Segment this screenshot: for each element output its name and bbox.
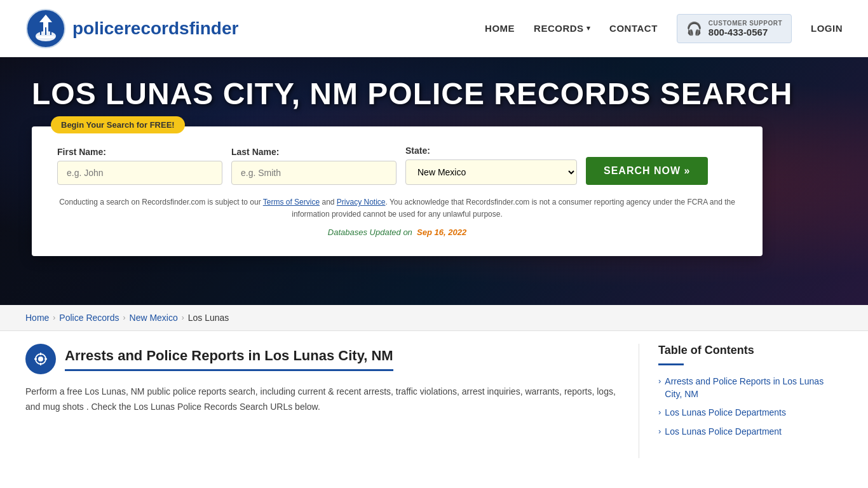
hero-title: LOS LUNAS CITY, NM POLICE RECORDS SEARCH [32,76,792,111]
site-header: policerecordsfinder HOME RECORDS ▾ CONTA… [0,0,868,57]
article-title: Arrests and Police Reports in Los Lunas … [65,348,393,371]
breadcrumb-state[interactable]: New Mexico [130,313,178,323]
search-badge: Begin Your Search for FREE! [51,116,185,133]
main-nav: HOME RECORDS ▾ CONTACT 🎧 CUSTOMER SUPPOR… [485,14,843,43]
state-select[interactable]: New Mexico Alabama Alaska Arizona Califo… [405,159,577,185]
toc-link[interactable]: Los Lunas Police Departments [665,407,786,419]
toc-item: ›Arrests and Police Reports in Los Lunas… [658,376,843,400]
article-section: Arrests and Police Reports in Los Lunas … [25,344,639,458]
svg-point-9 [38,356,43,362]
logo[interactable]: policerecordsfinder [25,8,238,49]
breadcrumb-sep-3: › [182,313,184,322]
customer-support-box[interactable]: 🎧 CUSTOMER SUPPORT 800-433-0567 [677,14,792,43]
breadcrumb-city: Los Lunas [188,313,229,323]
breadcrumb-sep-1: › [53,313,55,322]
first-name-group: First Name: [57,147,222,185]
chevron-right-icon: › [658,376,661,386]
article-header: Arrests and Police Reports in Los Lunas … [25,344,620,374]
toc-divider [658,363,684,365]
breadcrumb-police-records[interactable]: Police Records [59,313,119,323]
tos-link[interactable]: Terms of Service [263,198,320,207]
nav-contact[interactable]: CONTACT [609,23,658,34]
chevron-right-icon: › [658,426,661,436]
hero-section: LOS LUNAS CITY, NM POLICE RECORDS SEARCH… [0,57,868,305]
state-group: State: New Mexico Alabama Alaska Arizona… [405,146,577,185]
breadcrumb-home[interactable]: Home [25,313,49,323]
first-name-label: First Name: [57,147,222,157]
toc-title: Table of Contents [658,344,843,357]
main-content: Arrests and Police Reports in Los Lunas … [0,331,868,471]
last-name-label: Last Name: [231,147,397,157]
breadcrumb-sep-2: › [123,313,126,322]
first-name-input[interactable] [57,161,222,185]
article-body: Perform a free Los Lunas, NM public poli… [25,384,620,415]
breadcrumb: Home › Police Records › New Mexico › Los… [0,305,868,331]
toc-link[interactable]: Los Lunas Police Department [665,426,782,438]
cs-phone: 800-433-0567 [709,27,782,37]
privacy-link[interactable]: Privacy Notice [337,198,386,207]
search-card: Begin Your Search for FREE! First Name: … [32,126,763,255]
cs-label: CUSTOMER SUPPORT [709,20,782,27]
toc-list: ›Arrests and Police Reports in Los Lunas… [658,376,843,438]
chevron-right-icon: › [658,407,661,417]
headset-icon: 🎧 [686,21,702,36]
nav-records[interactable]: RECORDS ▾ [534,23,590,34]
db-updated-date: Sep 16, 2022 [417,227,466,237]
db-updated-label: Databases Updated on [328,227,412,237]
state-label: State: [405,146,577,156]
search-disclaimer: Conducting a search on Recordsfinder.com… [57,196,737,220]
toc-link[interactable]: Arrests and Police Reports in Los Lunas … [665,376,843,400]
toc-section: Table of Contents ›Arrests and Police Re… [639,344,843,458]
logo-icon [25,8,66,49]
svg-rect-4 [37,36,55,38]
last-name-group: Last Name: [231,147,397,185]
db-updated: Databases Updated on Sep 16, 2022 [57,227,737,237]
last-name-input[interactable] [231,161,397,185]
logo-text: policerecordsfinder [72,18,238,39]
search-form: First Name: Last Name: State: New Mexico… [57,146,737,185]
nav-login[interactable]: LOGIN [811,23,843,34]
search-button[interactable]: SEARCH NOW » [586,157,708,185]
nav-home[interactable]: HOME [485,23,515,34]
toc-item: ›Los Lunas Police Departments [658,407,843,419]
chevron-down-icon: ▾ [587,24,591,32]
toc-item: ›Los Lunas Police Department [658,426,843,438]
badge-icon [25,344,56,374]
